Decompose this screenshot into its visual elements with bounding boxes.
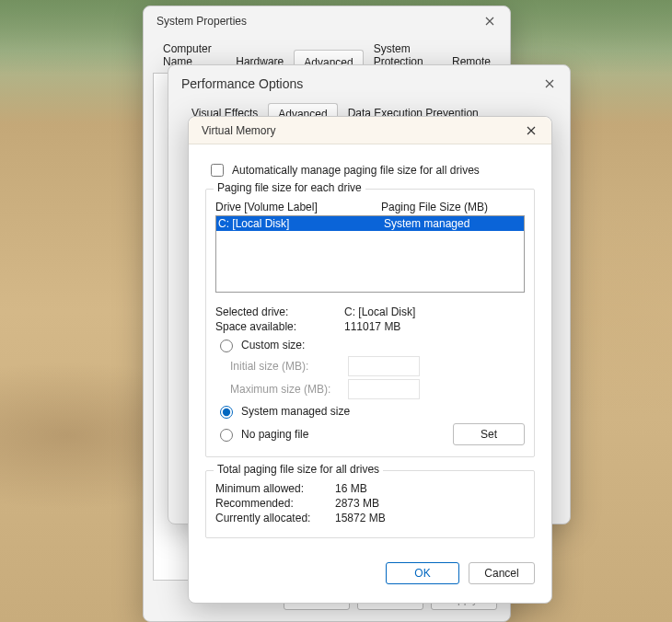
initial-label: Initial size (MB):: [230, 360, 341, 373]
maximum-size-input: [348, 379, 420, 399]
selected-drive-v: C: [Local Disk]: [344, 305, 415, 318]
drive-row[interactable]: C: [Local Disk] System managed: [216, 216, 524, 231]
virtual-memory-dialog: Virtual Memory Automatically manage pagi…: [188, 116, 552, 604]
initial-size-row: Initial size (MB):: [230, 356, 525, 376]
auto-manage-checkbox[interactable]: Automatically manage paging file size fo…: [207, 161, 533, 179]
system-managed-label: System managed size: [241, 405, 350, 418]
rec-k: Recommended:: [215, 497, 335, 510]
custom-size-label: Custom size:: [241, 339, 305, 351]
drive-size: System managed: [382, 216, 524, 231]
maximum-size-row: Maximum size (MB):: [230, 379, 525, 399]
size-header: Paging File Size (MB): [381, 201, 488, 213]
space-v: 111017 MB: [344, 320, 400, 333]
drive-header: Drive [Volume Label]: [215, 201, 381, 213]
initial-size-input: [348, 356, 420, 376]
sp-titlebar[interactable]: System Properties: [144, 6, 510, 36]
min-v: 16 MB: [335, 482, 367, 495]
custom-size-radio[interactable]: Custom size:: [215, 337, 525, 352]
vm-titlebar[interactable]: Virtual Memory: [189, 117, 551, 144]
close-icon[interactable]: [537, 71, 562, 97]
no-paging-radio[interactable]: No paging file: [215, 426, 308, 442]
system-managed-input[interactable]: [220, 406, 233, 419]
auto-manage-label: Automatically manage paging file size fo…: [232, 164, 480, 177]
close-icon[interactable]: [477, 8, 503, 34]
no-paging-label: No paging file: [241, 428, 308, 441]
vm-title: Virtual Memory: [202, 124, 518, 137]
vm-ok-button[interactable]: OK: [386, 562, 459, 584]
totals-group: Total paging file size for all drives Mi…: [205, 470, 535, 538]
po-title: Performance Options: [181, 76, 537, 91]
drive-list[interactable]: C: [Local Disk] System managed: [215, 215, 525, 293]
auto-manage-input[interactable]: [211, 164, 224, 177]
paging-size-group: Paging file size for each drive Drive [V…: [205, 189, 535, 457]
close-icon[interactable]: [518, 118, 544, 144]
paging-group-title: Paging file size for each drive: [214, 181, 365, 194]
rec-v: 2873 MB: [335, 497, 379, 510]
po-titlebar[interactable]: Performance Options: [168, 65, 570, 102]
maximum-label: Maximum size (MB):: [230, 383, 341, 396]
selected-drive-k: Selected drive:: [215, 305, 344, 318]
cur-k: Currently allocated:: [215, 512, 335, 524]
custom-size-input[interactable]: [220, 340, 233, 352]
sp-title: System Properties: [156, 15, 477, 28]
system-managed-radio[interactable]: System managed size: [215, 403, 525, 419]
space-k: Space available:: [215, 320, 344, 333]
drive-label: C: [Local Disk]: [216, 216, 382, 231]
set-button[interactable]: Set: [453, 423, 525, 445]
cur-v: 15872 MB: [335, 512, 386, 524]
no-paging-input[interactable]: [220, 429, 233, 442]
min-k: Minimum allowed:: [215, 482, 335, 495]
vm-cancel-button[interactable]: Cancel: [469, 562, 535, 584]
totals-title: Total paging file size for all drives: [214, 463, 383, 476]
